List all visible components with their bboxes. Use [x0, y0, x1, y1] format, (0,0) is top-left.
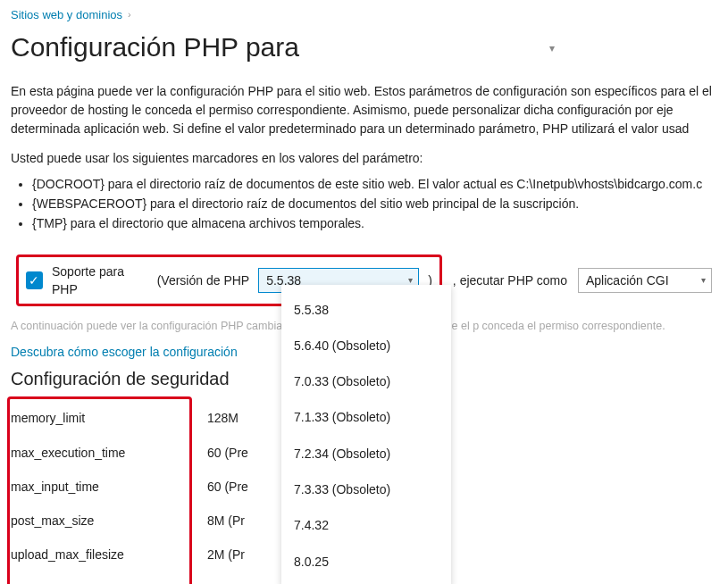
setting-name: max_execution_time — [11, 436, 207, 470]
php-version-dropdown: 5.5.38 5.6.40 (Obsoleto) 7.0.33 (Obsolet… — [281, 285, 451, 584]
php-support-label: Soporte para PHP — [52, 263, 148, 299]
markers-list: {DOCROOT} para el directorio raíz de doc… — [32, 175, 717, 233]
php-version-option[interactable]: 7.4.32 — [281, 507, 451, 543]
chevron-down-icon: ▾ — [549, 41, 555, 56]
chevron-down-icon: ▾ — [701, 274, 706, 288]
page-title-row: Configuración PHP para ▾ — [11, 28, 717, 67]
php-version-option[interactable]: 7.1.33 (Obsoleto) — [281, 399, 451, 435]
setting-name: memory_limit — [11, 401, 207, 435]
markers-intro: Usted puede usar los siguientes marcador… — [11, 149, 717, 167]
version-label: (Versión de PHP — [157, 271, 250, 289]
php-support-row: ✓ Soporte para PHP (Versión de PHP 5.5.3… — [11, 249, 717, 313]
marker-item: {DOCROOT} para el directorio raíz de doc… — [32, 175, 717, 193]
breadcrumb[interactable]: Sitios web y dominios › — [11, 7, 717, 24]
php-version-option[interactable]: 7.0.33 (Obsoleto) — [281, 363, 451, 399]
php-version-option[interactable]: 8.0.25 — [281, 544, 451, 580]
php-support-checkbox[interactable]: ✓ — [26, 271, 43, 289]
setting-name: upload_max_filesize — [11, 538, 207, 571]
chevron-right-icon: › — [128, 8, 131, 22]
page-title: Configuración PHP para — [11, 28, 299, 67]
run-as-selected: Aplicación CGI — [586, 271, 669, 289]
php-version-option[interactable]: 7.3.33 (Obsoleto) — [281, 471, 451, 507]
marker-item: {TMP} para el directorio que almacena ar… — [32, 214, 717, 232]
setting-name: post_max_size — [11, 504, 207, 538]
breadcrumb-label[interactable]: Sitios web y dominios — [11, 7, 122, 24]
run-as-label: , ejecutar PHP como — [453, 271, 567, 289]
marker-item: {WEBSPACEROOT} para el directorio raíz d… — [32, 195, 717, 213]
setting-name: max_input_time — [11, 470, 207, 504]
php-version-option[interactable]: 5.5.38 — [281, 292, 451, 328]
php-version-option[interactable]: 7.2.34 (Obsoleto) — [281, 436, 451, 471]
php-version-option[interactable]: 5.6.40 (Obsoleto) — [281, 328, 451, 363]
domain-select[interactable]: ▾ — [310, 34, 560, 61]
intro-paragraph: En esta página puede ver la configuració… — [11, 82, 717, 138]
setting-name: opcache.enable — [11, 572, 207, 584]
run-as-select[interactable]: Aplicación CGI ▾ — [578, 268, 712, 293]
